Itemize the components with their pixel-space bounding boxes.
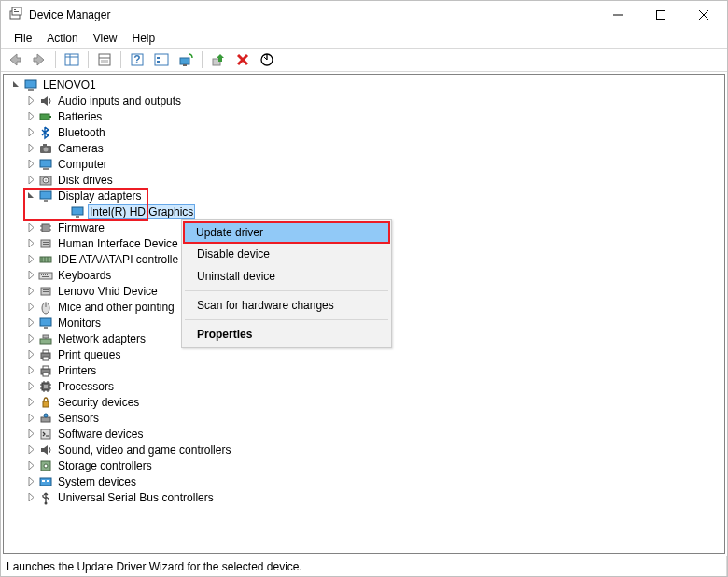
expander-icon[interactable]: [24, 174, 37, 187]
svg-rect-90: [41, 429, 50, 439]
expander-icon[interactable]: [24, 475, 37, 488]
expander-icon[interactable]: [24, 126, 37, 139]
tree-category[interactable]: Cameras: [4, 140, 724, 156]
tree-category[interactable]: Storage controllers: [4, 457, 724, 473]
svg-rect-95: [47, 480, 49, 482]
tree-category[interactable]: Display adapters: [4, 188, 724, 204]
expander-icon[interactable]: [24, 348, 37, 361]
context-menu-item[interactable]: Properties: [184, 323, 389, 345]
ide-icon: [38, 252, 53, 267]
tree-category[interactable]: Software devices: [4, 426, 724, 442]
svg-rect-73: [43, 357, 49, 360]
svg-rect-33: [40, 160, 51, 167]
svg-rect-39: [44, 200, 48, 202]
menu-file[interactable]: File: [7, 30, 39, 47]
tree-category-label: Batteries: [56, 110, 104, 123]
tree-category[interactable]: Print queues: [4, 346, 724, 362]
battery-icon: [38, 109, 53, 124]
sensor-icon: [38, 411, 53, 426]
tree-category[interactable]: Computer: [4, 156, 724, 172]
svg-rect-3: [14, 11, 19, 12]
tree-category[interactable]: Disk drives: [4, 172, 724, 188]
expander-icon[interactable]: [24, 94, 37, 107]
expander-icon[interactable]: [24, 428, 37, 441]
svg-rect-94: [42, 480, 45, 482]
uninstall-button[interactable]: [232, 49, 253, 70]
expander-icon[interactable]: [24, 110, 37, 123]
tree-category[interactable]: Sensors: [4, 410, 724, 426]
context-menu-item[interactable]: Scan for hardware changes: [184, 294, 389, 317]
svg-point-31: [44, 147, 49, 151]
svg-point-96: [45, 501, 48, 504]
menu-help[interactable]: Help: [125, 30, 163, 47]
tree-category[interactable]: Printers: [4, 362, 724, 378]
expander-icon[interactable]: [24, 443, 37, 457]
tree-root[interactable]: LENOVO1: [4, 77, 724, 92]
svg-rect-27: [28, 89, 34, 91]
back-button[interactable]: [5, 49, 25, 70]
tree-category[interactable]: Universal Serial Bus controllers: [4, 489, 724, 505]
tree-category[interactable]: Batteries: [4, 108, 724, 124]
expander-icon[interactable]: [24, 285, 37, 298]
action-button[interactable]: [151, 49, 172, 70]
usb-icon: [38, 490, 53, 505]
minimize-button[interactable]: [596, 1, 639, 29]
hid-icon: [38, 236, 53, 251]
expander-icon[interactable]: [24, 317, 37, 330]
tree-category[interactable]: Bluetooth: [4, 124, 724, 140]
tree-category[interactable]: Processors: [4, 378, 724, 394]
help-button[interactable]: ?: [127, 49, 147, 70]
tree-device[interactable]: Intel(R) HD Graphics: [4, 204, 724, 219]
expander-icon[interactable]: [24, 253, 37, 266]
expander-icon[interactable]: [24, 459, 37, 472]
menu-view[interactable]: View: [86, 30, 125, 47]
svg-rect-32: [43, 144, 47, 146]
expander-icon[interactable]: [24, 269, 37, 282]
tree-category-label: Audio inputs and outputs: [56, 94, 183, 107]
bluetooth-icon: [38, 125, 53, 140]
expander-icon[interactable]: [24, 412, 37, 425]
tree-category[interactable]: Sound, video and game controllers: [4, 442, 724, 457]
forward-button[interactable]: [29, 49, 49, 70]
svg-rect-5: [657, 11, 665, 20]
mouse-icon: [38, 300, 53, 315]
svg-rect-57: [45, 274, 46, 275]
expander-icon[interactable]: [24, 237, 37, 250]
expander-icon[interactable]: [24, 380, 37, 393]
svg-rect-68: [40, 339, 51, 344]
maximize-button[interactable]: [639, 1, 682, 29]
update-driver-button[interactable]: [208, 49, 229, 70]
expander-icon[interactable]: [24, 364, 37, 377]
tree-category-label: Disk drives: [56, 174, 115, 187]
tree-category-label: System devices: [56, 475, 138, 488]
expander-icon[interactable]: [24, 301, 37, 314]
disable-button[interactable]: [257, 49, 277, 70]
device-tree[interactable]: LENOVO1Audio inputs and outputsBatteries…: [3, 74, 725, 554]
svg-rect-75: [43, 366, 49, 369]
tree-category-label: Mice and other pointing: [56, 301, 176, 314]
expander-icon[interactable]: [24, 396, 37, 409]
tree-category[interactable]: Audio inputs and outputs: [4, 92, 724, 108]
expander-icon[interactable]: [24, 491, 37, 504]
expander-icon[interactable]: [24, 158, 37, 171]
expander-icon[interactable]: [24, 142, 37, 155]
menu-action[interactable]: Action: [39, 30, 85, 47]
expander-icon[interactable]: [24, 221, 37, 234]
properties-button[interactable]: [94, 49, 115, 70]
tree-category[interactable]: Security devices: [4, 394, 724, 410]
svg-point-89: [44, 414, 48, 417]
tree-category[interactable]: System devices: [4, 473, 724, 489]
expander-icon[interactable]: [24, 332, 37, 345]
status-text: Launches the Update Driver Wizard for th…: [7, 560, 302, 573]
camera-icon: [38, 141, 53, 156]
toolbar-separator: [88, 51, 89, 68]
context-menu-item[interactable]: Disable device: [184, 243, 389, 265]
context-menu-item[interactable]: Update driver: [183, 221, 390, 244]
context-menu-item[interactable]: Uninstall device: [184, 265, 389, 288]
scan-hardware-button[interactable]: [175, 49, 196, 70]
expander-icon[interactable]: [24, 190, 37, 203]
close-button[interactable]: [682, 1, 725, 29]
svg-rect-87: [43, 401, 49, 407]
svg-rect-62: [43, 289, 49, 290]
show-hide-tree-button[interactable]: [62, 49, 82, 70]
